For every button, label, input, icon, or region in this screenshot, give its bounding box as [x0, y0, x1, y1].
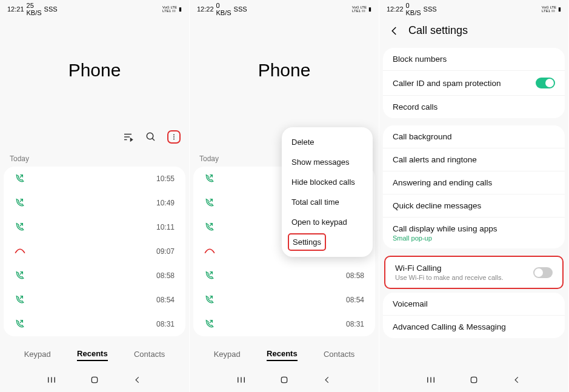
menu-item-open-to-keypad[interactable]: Open to keypad — [282, 212, 373, 232]
nav-home-icon[interactable] — [88, 374, 101, 386]
menu-item-hide-blocked-calls[interactable]: Hide blocked calls — [282, 172, 373, 192]
settings-row-title: Call display while using apps — [393, 224, 555, 233]
menu-item-show-messages[interactable]: Show messages — [282, 152, 373, 172]
call-time: 08:31 — [156, 320, 175, 328]
call-time: 10:49 — [156, 199, 175, 207]
svg-point-6 — [173, 135, 175, 136]
call-time: 08:54 — [346, 296, 364, 304]
menu-item-delete[interactable]: Delete — [282, 132, 373, 152]
signal-icon: ▮ — [179, 6, 182, 12]
settings-row-title: Quick decline messages — [393, 201, 555, 210]
toolbar — [0, 124, 189, 150]
settings-row-title: Record calls — [393, 102, 555, 111]
settings-row-title: Call background — [393, 132, 555, 141]
toggle-switch[interactable] — [536, 78, 555, 88]
tab-recents[interactable]: Recents — [267, 349, 298, 361]
settings-row-record-calls[interactable]: Record calls — [383, 96, 565, 118]
settings-header: Call settings — [379, 16, 568, 48]
call-row[interactable]: 10:49 — [4, 191, 185, 215]
tab-contacts[interactable]: Contacts — [324, 350, 354, 360]
call-row[interactable]: 08:58 — [4, 264, 185, 288]
filter-icon[interactable] — [121, 130, 135, 144]
call-row[interactable]: 10:11 — [4, 215, 185, 239]
settings-body: Block numbersCaller ID and spam protecti… — [379, 48, 568, 368]
more-menu-icon[interactable] — [167, 130, 181, 144]
nav-recents-icon[interactable] — [425, 374, 437, 386]
missed-call-icon — [15, 246, 25, 257]
settings-row-title: Wi-Fi Calling — [395, 264, 533, 273]
svg-rect-16 — [281, 377, 287, 382]
bottom-tabs: Keypad Recents Contacts — [0, 342, 189, 368]
tab-keypad[interactable]: Keypad — [24, 350, 51, 360]
tab-keypad[interactable]: Keypad — [214, 350, 241, 360]
back-icon[interactable] — [389, 25, 400, 36]
outgoing-call-icon — [15, 294, 25, 305]
settings-row-quick-decline-messages[interactable]: Quick decline messages — [383, 194, 565, 218]
page-title: Phone — [68, 60, 121, 81]
status-speed: 0KB/S — [216, 2, 231, 16]
svg-point-8 — [173, 139, 175, 140]
settings-row-call-display-while-using-apps[interactable]: Call display while using appsSmall pop-u… — [383, 218, 565, 248]
settings-row-advanced-calling-messaging[interactable]: Advanced Calling & Messaging — [383, 316, 565, 338]
tab-recents[interactable]: Recents — [77, 349, 108, 361]
toggle-switch[interactable] — [533, 267, 553, 278]
settings-row-title: Block numbers — [393, 55, 555, 64]
settings-row-call-alerts-and-ringtone[interactable]: Call alerts and ringtone — [383, 148, 565, 171]
settings-row-title: Advanced Calling & Messaging — [393, 322, 555, 331]
menu-item-settings[interactable]: Settings — [288, 233, 326, 251]
call-list: 10:5510:4910:1109:0708:5808:5408:31 — [4, 167, 185, 336]
settings-row-wi-fi-calling[interactable]: Wi-Fi CallingUse Wi-Fi to make and recei… — [385, 257, 562, 288]
menu-item-total-call-time[interactable]: Total call time — [282, 192, 373, 212]
nav-back-icon[interactable] — [511, 374, 523, 386]
settings-row-caller-id-and-spam-protection[interactable]: Caller ID and spam protection — [383, 71, 565, 96]
nav-recents-icon[interactable] — [235, 374, 247, 386]
outgoing-call-icon — [15, 173, 25, 184]
call-row[interactable]: 10:55 — [4, 167, 185, 191]
status-bar: 12:22 0KB/S SSS VoG LTELTE1 ⫴⫴ ▮ — [379, 0, 568, 16]
settings-group: Call backgroundCall alerts and ringtoneA… — [383, 125, 565, 248]
call-row[interactable]: 08:54 — [4, 288, 185, 312]
nav-recents-icon[interactable] — [45, 374, 58, 386]
svg-line-5 — [152, 139, 155, 141]
settings-row-call-background[interactable]: Call background — [383, 125, 565, 148]
settings-row-voicemail[interactable]: Voicemail — [383, 293, 565, 316]
call-time: 10:55 — [156, 174, 175, 183]
outgoing-call-icon — [204, 294, 215, 305]
outgoing-call-icon — [204, 319, 215, 330]
settings-row-title: Call alerts and ringtone — [393, 155, 555, 164]
call-row[interactable]: 08:31 — [193, 312, 375, 336]
search-icon[interactable] — [144, 130, 158, 144]
status-indicators: VoG LTELTE1 ⫴⫴ ▮ — [162, 5, 182, 13]
settings-group: Block numbersCaller ID and spam protecti… — [383, 48, 565, 118]
status-speed: 0KB/S — [406, 2, 421, 16]
bottom-tabs: Keypad Recents Contacts — [190, 342, 379, 368]
call-time: 08:58 — [156, 271, 175, 280]
signal-icon: ▮ — [368, 6, 371, 12]
call-row[interactable]: 08:31 — [4, 312, 185, 336]
call-row[interactable]: 08:54 — [193, 288, 375, 312]
nav-home-icon[interactable] — [278, 374, 290, 386]
nav-home-icon[interactable] — [468, 374, 480, 386]
call-row[interactable]: 09:07 — [4, 239, 185, 264]
status-indicators: VoG LTELTE1 ⫴⫴ ▮ — [352, 5, 371, 13]
settings-row-subtitle: Small pop-up — [393, 234, 555, 242]
nav-back-icon[interactable] — [321, 374, 333, 386]
outgoing-call-icon — [15, 198, 25, 208]
settings-title: Call settings — [408, 24, 468, 37]
settings-group: VoicemailAdvanced Calling & Messaging — [383, 293, 565, 338]
settings-row-answering-and-ending-calls[interactable]: Answering and ending calls — [383, 171, 565, 194]
settings-group: Wi-Fi CallingUse Wi-Fi to make and recei… — [384, 256, 564, 289]
nav-back-icon[interactable] — [131, 374, 144, 386]
status-carrier: SSS — [234, 5, 247, 13]
status-carrier: SSS — [424, 5, 437, 13]
call-time: 10:11 — [156, 223, 175, 231]
call-time: 08:54 — [156, 296, 175, 304]
page-title: Phone — [258, 60, 311, 81]
settings-row-title: Caller ID and spam protection — [393, 79, 536, 88]
tab-contacts[interactable]: Contacts — [134, 350, 165, 360]
call-row[interactable]: 08:58 — [193, 264, 375, 288]
android-navbar — [379, 368, 568, 392]
status-speed: 25KB/S — [27, 2, 42, 16]
settings-row-block-numbers[interactable]: Block numbers — [383, 48, 565, 71]
screen-phone-menu-open: 12:22 0KB/S SSS VoG LTELTE1 ⫴⫴ ▮ Phone T… — [190, 0, 379, 392]
